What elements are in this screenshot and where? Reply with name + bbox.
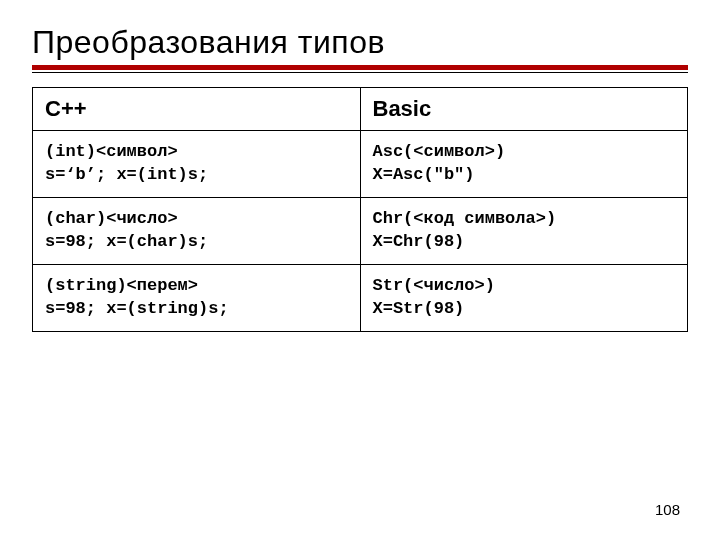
header-basic: Basic bbox=[360, 88, 688, 131]
table-header-row: C++ Basic bbox=[33, 88, 688, 131]
cell-cpp: (string)<перем> s=98; x=(string)s; bbox=[33, 264, 361, 331]
table-row: (char)<число> s=98; x=(char)s; Chr(<код … bbox=[33, 197, 688, 264]
slide-title: Преобразования типов bbox=[32, 24, 688, 61]
code-line: Str(<число>) bbox=[373, 275, 676, 298]
code-line: s=98; x=(char)s; bbox=[45, 231, 348, 254]
code-line: Chr(<код символа>) bbox=[373, 208, 676, 231]
code-line: (char)<число> bbox=[45, 208, 348, 231]
table-row: (string)<перем> s=98; x=(string)s; Str(<… bbox=[33, 264, 688, 331]
code-line: (int)<символ> bbox=[45, 141, 348, 164]
code-line: Asc(<символ>) bbox=[373, 141, 676, 164]
title-rule-thick bbox=[32, 65, 688, 70]
cell-basic: Str(<число>) X=Str(98) bbox=[360, 264, 688, 331]
code-line: X=Str(98) bbox=[373, 298, 676, 321]
cell-cpp: (char)<число> s=98; x=(char)s; bbox=[33, 197, 361, 264]
cell-basic: Asc(<символ>) X=Asc("b") bbox=[360, 131, 688, 198]
type-conversion-table: C++ Basic (int)<символ> s=‘b’; x=(int)s;… bbox=[32, 87, 688, 332]
cell-basic: Chr(<код символа>) X=Chr(98) bbox=[360, 197, 688, 264]
header-cpp: C++ bbox=[33, 88, 361, 131]
code-line: X=Asc("b") bbox=[373, 164, 676, 187]
code-line: X=Chr(98) bbox=[373, 231, 676, 254]
cell-cpp: (int)<символ> s=‘b’; x=(int)s; bbox=[33, 131, 361, 198]
page-number: 108 bbox=[655, 501, 680, 518]
code-line: s=98; x=(string)s; bbox=[45, 298, 348, 321]
title-rule-thin bbox=[32, 72, 688, 73]
code-line: (string)<перем> bbox=[45, 275, 348, 298]
code-line: s=‘b’; x=(int)s; bbox=[45, 164, 348, 187]
table-row: (int)<символ> s=‘b’; x=(int)s; Asc(<симв… bbox=[33, 131, 688, 198]
